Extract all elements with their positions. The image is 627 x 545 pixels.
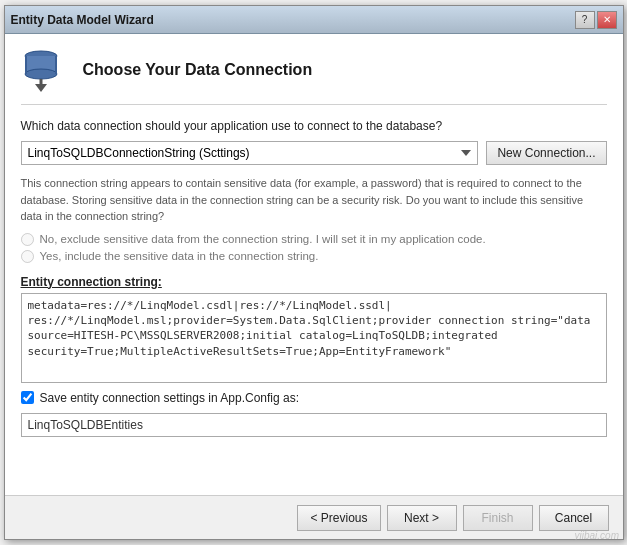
radio-no-label: No, exclude sensitive data from the conn… [40, 233, 486, 245]
entity-conn-label: Entity connection string: [21, 275, 607, 289]
main-window: Entity Data Model Wizard ? ✕ [4, 5, 624, 540]
connection-dropdown[interactable]: LinqToSQLDBConnectionString (Scttings) [21, 141, 479, 165]
radio-yes[interactable] [21, 250, 34, 263]
window-title: Entity Data Model Wizard [11, 13, 154, 27]
wizard-title: Choose Your Data Connection [83, 61, 313, 79]
connection-row: LinqToSQLDBConnectionString (Scttings) N… [21, 141, 607, 165]
svg-point-2 [25, 69, 57, 79]
title-bar: Entity Data Model Wizard ? ✕ [5, 6, 623, 34]
finish-button[interactable]: Finish [463, 505, 533, 531]
new-connection-button[interactable]: New Connection... [486, 141, 606, 165]
watermark: yiibai.com [575, 530, 619, 541]
sensitive-data-text: This connection string appears to contai… [21, 175, 607, 225]
entity-conn-textarea[interactable]: metadata=res://*/LinqModel.csdl|res://*/… [21, 293, 607, 383]
radio-no[interactable] [21, 233, 34, 246]
radio-yes-label: Yes, include the sensitive data in the c… [40, 250, 319, 262]
save-checkbox[interactable] [21, 391, 34, 404]
save-label: Save entity connection settings in App.C… [40, 391, 300, 405]
header-section: Choose Your Data Connection [21, 46, 607, 105]
svg-rect-4 [55, 56, 57, 74]
previous-button[interactable]: < Previous [297, 505, 380, 531]
footer: < Previous Next > Finish Cancel [5, 495, 623, 539]
svg-rect-3 [25, 56, 27, 74]
radio-group: No, exclude sensitive data from the conn… [21, 233, 607, 267]
cancel-button[interactable]: Cancel [539, 505, 609, 531]
close-button[interactable]: ✕ [597, 11, 617, 29]
radio-no-item[interactable]: No, exclude sensitive data from the conn… [21, 233, 607, 246]
question-label: Which data connection should your applic… [21, 119, 607, 133]
help-button[interactable]: ? [575, 11, 595, 29]
radio-yes-item[interactable]: Yes, include the sensitive data in the c… [21, 250, 607, 263]
next-button[interactable]: Next > [387, 505, 457, 531]
save-checkbox-row: Save entity connection settings in App.C… [21, 391, 607, 405]
content-area: Choose Your Data Connection Which data c… [5, 34, 623, 495]
database-icon [21, 46, 69, 94]
app-config-input[interactable] [21, 413, 607, 437]
title-bar-buttons: ? ✕ [575, 11, 617, 29]
